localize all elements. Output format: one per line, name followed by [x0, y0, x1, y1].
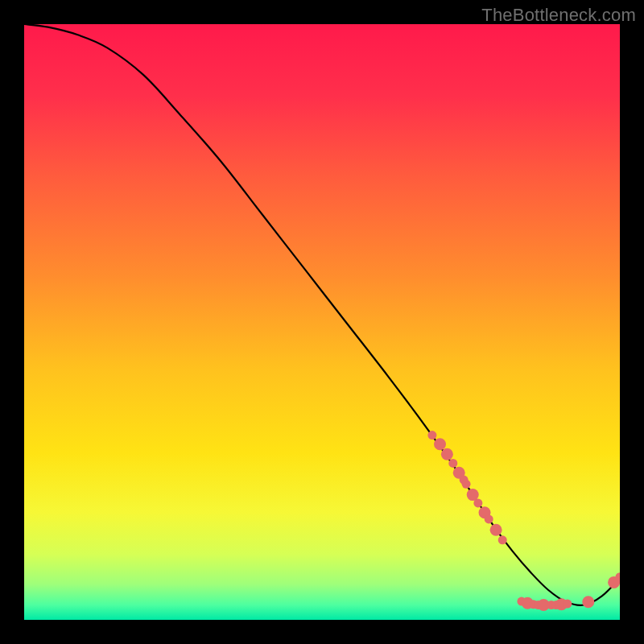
gradient-background [24, 24, 620, 620]
marker-point [434, 438, 446, 450]
marker-point [427, 431, 436, 440]
marker-point [462, 480, 471, 489]
marker-point [582, 596, 594, 608]
marker-point [473, 498, 482, 507]
line-chart [24, 24, 620, 620]
marker-point [563, 600, 572, 609]
chart-stage: TheBottleneck.com [0, 0, 644, 644]
marker-point [448, 459, 457, 468]
plot-area [24, 24, 620, 620]
marker-point [441, 448, 453, 460]
marker-point [485, 514, 493, 523]
marker-point [498, 535, 507, 544]
marker-point [490, 524, 502, 536]
watermark-text: TheBottleneck.com [481, 5, 636, 26]
